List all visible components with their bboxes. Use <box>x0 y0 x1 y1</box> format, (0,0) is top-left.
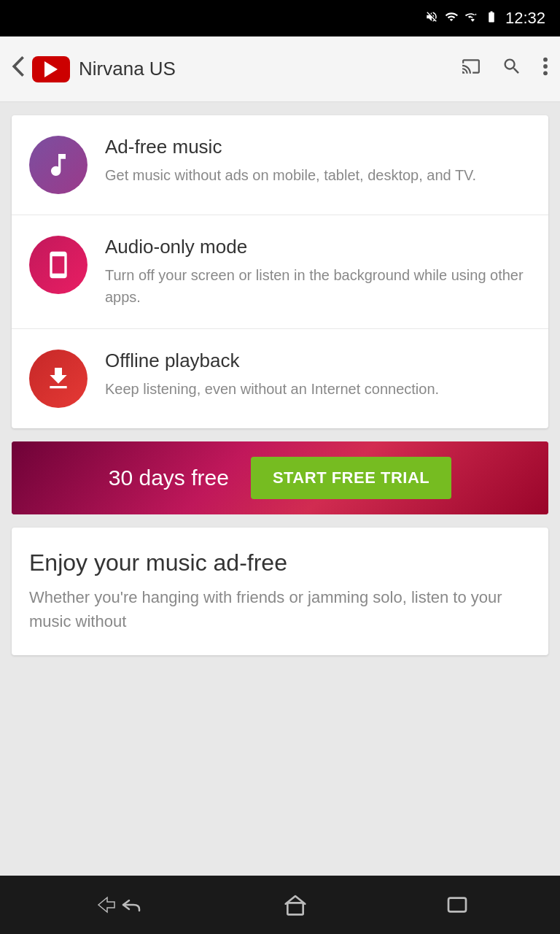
features-card: Ad-free music Get music without ads on m… <box>12 115 548 428</box>
ad-free-text: Ad-free music Get music without ads on m… <box>105 136 531 186</box>
mute-icon <box>425 10 438 26</box>
svg-rect-3 <box>287 903 303 914</box>
svg-point-1 <box>543 64 548 69</box>
svg-point-0 <box>543 58 548 62</box>
svg-point-2 <box>543 71 548 75</box>
bottom-card-title: Enjoy your music ad-free <box>29 549 531 576</box>
status-bar: 12:32 <box>0 0 560 36</box>
status-time: 12:32 <box>505 9 545 28</box>
offline-desc: Keep listening, even without an Internet… <box>105 378 531 400</box>
trial-banner: 30 days free START FREE TRIAL <box>12 441 548 514</box>
audio-only-text: Audio-only mode Turn off your screen or … <box>105 236 531 308</box>
top-bar-actions <box>461 56 548 82</box>
status-icons: 12:32 <box>425 9 545 28</box>
offline-text: Offline playback Keep listening, even wi… <box>105 350 531 400</box>
bottom-card-desc: Whether you're hanging with friends or j… <box>29 585 531 633</box>
nav-bar <box>0 876 560 934</box>
offline-title: Offline playback <box>105 350 531 372</box>
nav-recent-button[interactable] <box>446 893 469 916</box>
back-button[interactable] <box>12 56 25 82</box>
main-content: Ad-free music Get music without ads on m… <box>0 102 560 876</box>
cast-icon[interactable] <box>461 57 481 81</box>
ad-free-desc: Get music without ads on mobile, tablet,… <box>105 164 531 186</box>
bottom-card: Enjoy your music ad-free Whether you're … <box>12 528 548 655</box>
signal-icon <box>464 10 478 26</box>
ad-free-title: Ad-free music <box>105 136 531 158</box>
play-triangle <box>44 61 58 77</box>
more-icon[interactable] <box>542 56 548 82</box>
youtube-logo <box>32 56 70 82</box>
feature-ad-free: Ad-free music Get music without ads on m… <box>12 115 548 215</box>
search-icon[interactable] <box>502 56 522 82</box>
app-title: Nirvana US <box>79 58 461 80</box>
battery-icon <box>483 10 499 26</box>
audio-only-icon <box>29 236 88 294</box>
audio-only-desc: Turn off your screen or listen in the ba… <box>105 264 531 308</box>
audio-only-title: Audio-only mode <box>105 236 531 258</box>
top-bar: Nirvana US <box>0 36 560 102</box>
ad-free-icon <box>29 136 88 194</box>
start-trial-button[interactable]: START FREE TRIAL <box>251 457 451 499</box>
svg-rect-4 <box>448 898 466 912</box>
trial-days-label: 30 days free <box>109 466 229 490</box>
wifi-icon <box>444 10 459 26</box>
feature-offline: Offline playback Keep listening, even wi… <box>12 329 548 428</box>
nav-home-button[interactable] <box>284 893 307 916</box>
offline-icon <box>29 350 88 408</box>
feature-audio-only: Audio-only mode Turn off your screen or … <box>12 215 548 329</box>
nav-back-button[interactable] <box>91 895 145 915</box>
